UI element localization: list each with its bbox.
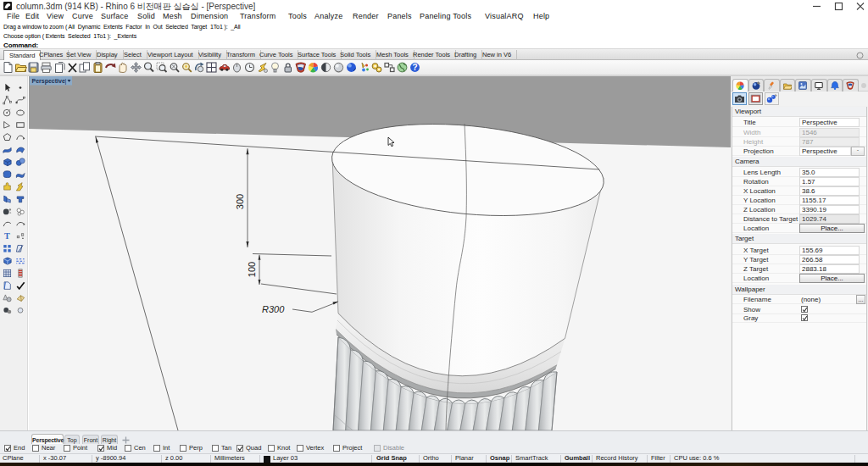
svg-text:R300: R300 [262, 304, 285, 314]
svg-text:T: T [4, 232, 10, 241]
svg-text:|: | [65, 78, 67, 85]
svg-text:100: 100 [247, 262, 257, 277]
svg-text:Perspective: Perspective [32, 78, 65, 85]
svg-text:300: 300 [235, 194, 245, 209]
svg-text:?: ? [412, 63, 417, 72]
